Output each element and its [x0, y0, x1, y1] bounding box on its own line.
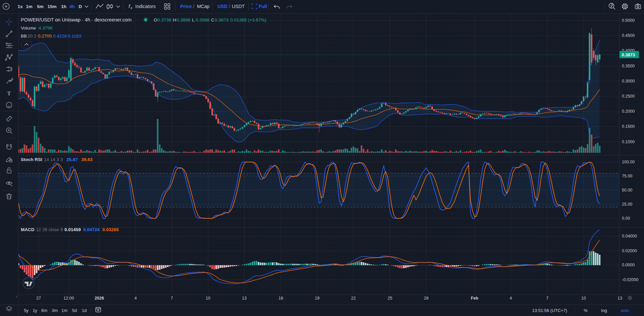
svg-text:0.2000: 0.2000	[622, 109, 635, 114]
svg-text:75.00: 75.00	[622, 174, 632, 178]
svg-text:50.00: 50.00	[622, 188, 632, 193]
svg-text:12:00: 12:00	[63, 296, 74, 301]
svg-text:4h: 4h	[69, 4, 75, 9]
svg-text:0.4228: 0.4228	[53, 34, 67, 39]
svg-text:-0.02000: -0.02000	[622, 277, 638, 282]
svg-text:25: 25	[388, 296, 392, 301]
svg-text:0.04724: 0.04724	[83, 227, 100, 232]
svg-text:0.0000: 0.0000	[622, 263, 635, 267]
svg-text:22: 22	[351, 296, 356, 301]
svg-text:0.3588: 0.3588	[196, 17, 209, 22]
svg-text:6m: 6m	[41, 308, 47, 313]
svg-text:0.00: 0.00	[622, 216, 630, 221]
svg-text:0.3736: 0.3736	[157, 17, 171, 22]
svg-text:1s: 1s	[17, 4, 22, 9]
svg-text:/: /	[229, 4, 230, 9]
svg-text:%: %	[584, 308, 588, 313]
svg-text:5y: 5y	[24, 308, 29, 313]
svg-text:13:51:56 (UTC+7): 13:51:56 (UTC+7)	[532, 308, 567, 313]
svg-text:MACD: MACD	[21, 227, 35, 232]
svg-text:0.01369 (+3.67%): 0.01369 (+3.67%)	[230, 17, 266, 22]
svg-text:0.1500: 0.1500	[622, 124, 635, 129]
svg-text:0.4500: 0.4500	[622, 33, 635, 38]
svg-text:16: 16	[279, 296, 283, 301]
svg-text:1d: 1d	[82, 308, 87, 313]
svg-text:Feb: Feb	[471, 296, 479, 301]
svg-text:13: 13	[242, 296, 247, 301]
svg-text:1m: 1m	[61, 308, 67, 313]
svg-text:12 26 close 9: 12 26 close 9	[36, 227, 63, 232]
svg-text:0.01459: 0.01459	[64, 227, 81, 232]
svg-text:39.63: 39.63	[81, 157, 93, 162]
svg-text:H: H	[173, 17, 176, 22]
svg-text:auto: auto	[621, 308, 629, 313]
svg-text:POWER/USDT on Uniswap · 4h · d: POWER/USDT on Uniswap · 4h · dexscreener…	[21, 17, 132, 22]
svg-text:0.2705: 0.2705	[38, 34, 52, 39]
svg-text:x: x	[131, 6, 132, 10]
svg-text:0.2500: 0.2500	[622, 94, 635, 99]
svg-text:0.3873: 0.3873	[215, 17, 229, 22]
svg-text:100.00: 100.00	[622, 160, 635, 164]
svg-text:13: 13	[617, 296, 622, 301]
svg-text:MCap: MCap	[197, 4, 210, 9]
svg-text:L: L	[192, 17, 195, 22]
svg-text:1m: 1m	[26, 4, 33, 9]
svg-text:5d: 5d	[72, 308, 77, 313]
svg-text:Volume: Volume	[21, 25, 36, 31]
svg-text:0.03265: 0.03265	[102, 227, 119, 232]
svg-text:0.3000: 0.3000	[622, 79, 635, 84]
svg-text:T: T	[7, 90, 11, 97]
svg-text:0.3873: 0.3873	[622, 52, 635, 57]
svg-text:0.04000: 0.04000	[622, 234, 637, 239]
svg-text:27: 27	[36, 296, 41, 301]
svg-text:1y: 1y	[33, 308, 37, 313]
svg-text:7: 7	[171, 296, 173, 301]
svg-text:10: 10	[206, 296, 210, 301]
svg-text:0.1183: 0.1183	[68, 34, 81, 39]
svg-text:0.3888: 0.3888	[177, 17, 190, 22]
svg-text:D: D	[79, 4, 82, 9]
svg-text:15m: 15m	[47, 4, 56, 9]
svg-text:0.02000: 0.02000	[622, 249, 637, 253]
svg-text:3m: 3m	[52, 308, 58, 313]
svg-text:28: 28	[424, 296, 429, 301]
svg-text:5m: 5m	[37, 4, 44, 9]
svg-text:/: /	[193, 4, 194, 9]
svg-text:25.87: 25.87	[66, 157, 78, 162]
svg-text:0.1000: 0.1000	[622, 140, 635, 144]
svg-text:USDT: USDT	[232, 4, 245, 9]
svg-text:4: 4	[135, 296, 137, 301]
svg-text:Indicators: Indicators	[135, 4, 156, 9]
svg-text:C: C	[211, 17, 214, 22]
svg-text:7: 7	[546, 296, 549, 301]
svg-text:0.5000: 0.5000	[622, 18, 635, 23]
svg-text:4: 4	[510, 296, 512, 301]
svg-text:10: 10	[581, 296, 586, 301]
svg-text:0.3500: 0.3500	[622, 64, 635, 68]
svg-text:19: 19	[315, 296, 319, 301]
svg-text:4.379K: 4.379K	[39, 25, 53, 31]
svg-text:1h: 1h	[61, 4, 66, 9]
svg-text:2026: 2026	[95, 296, 104, 301]
svg-text:Stoch RSI: Stoch RSI	[21, 157, 42, 162]
svg-text:Price: Price	[180, 4, 192, 9]
svg-text:14 14 3 3: 14 14 3 3	[44, 157, 63, 162]
svg-text:BB: BB	[21, 34, 27, 39]
svg-text:USD: USD	[217, 4, 228, 9]
svg-text:20 2: 20 2	[28, 34, 36, 39]
svg-text:log: log	[601, 308, 607, 313]
svg-text:25.00: 25.00	[622, 202, 632, 207]
svg-text:O: O	[154, 17, 157, 22]
svg-text:Full: Full	[259, 4, 267, 9]
